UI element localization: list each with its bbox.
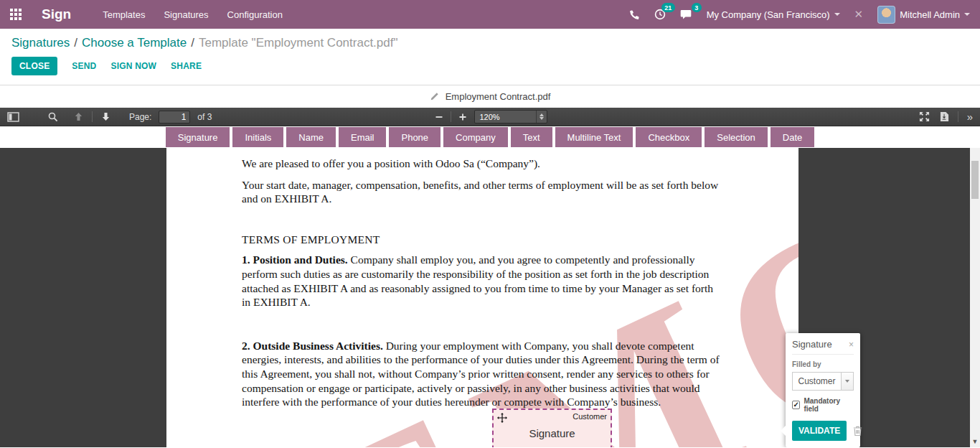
mandatory-checkbox[interactable]: ✓ [792, 401, 800, 409]
toolbar-more-button[interactable]: » [966, 110, 974, 123]
document-text: We are pleased to offer you a position w… [166, 148, 798, 409]
document-title: Employment Contract.pdf [446, 91, 551, 102]
breadcrumb-separator: / [74, 36, 77, 50]
apps-grid-icon [10, 9, 22, 20]
breadcrumb-separator: / [191, 36, 194, 50]
message-badge: 3 [692, 3, 702, 12]
search-icon [48, 112, 58, 122]
fullscreen-icon [919, 111, 930, 122]
paragraph: 2. Outside Business Activities. During y… [242, 339, 722, 409]
field-button-email[interactable]: Email [339, 127, 387, 147]
page-number-input[interactable] [159, 111, 190, 123]
company-name: My Company (San Francisco) [707, 9, 830, 20]
arrow-up-icon [74, 112, 83, 121]
sign-now-button[interactable]: SIGN NOW [110, 61, 156, 71]
zoom-in-button[interactable] [457, 111, 468, 123]
move-icon[interactable] [497, 413, 507, 423]
send-button[interactable]: SEND [72, 61, 96, 71]
field-button-name[interactable]: Name [286, 127, 336, 147]
control-panel: Signatures/Choose a Template/Template "E… [0, 29, 980, 85]
filled-by-select[interactable]: Customer [792, 372, 854, 391]
close-icon[interactable]: ✕ [854, 8, 864, 21]
chat-bubble-icon [680, 9, 692, 20]
zoom-select[interactable]: 120% [474, 110, 547, 123]
field-button-phone[interactable]: Phone [389, 127, 440, 147]
download-icon [940, 111, 949, 122]
pdf-page: DEMO We are pleased to offer you a posit… [166, 148, 798, 447]
app-brand[interactable]: Sign [42, 6, 71, 22]
previous-page-button[interactable] [72, 111, 85, 123]
plus-icon [458, 113, 467, 121]
field-button-checkbox[interactable]: Checkbox [636, 127, 702, 147]
phone-button[interactable] [629, 9, 640, 20]
field-button-initials[interactable]: Initials [232, 127, 283, 147]
field-button-company[interactable]: Company [443, 127, 508, 147]
field-button-text[interactable]: Text [511, 127, 552, 147]
chevron-down-icon [964, 13, 970, 16]
paragraph: 1. Position and Duties. Company shall em… [242, 253, 722, 309]
paragraph: We are pleased to offer you a position w… [242, 157, 722, 171]
phone-icon [629, 9, 640, 20]
page-label: Page: [129, 112, 151, 122]
page-count: of 3 [197, 112, 212, 122]
avatar [877, 6, 895, 24]
menu-configuration[interactable]: Configuration [227, 9, 283, 20]
field-button-signature[interactable]: Signature [166, 127, 230, 147]
breadcrumb-choose-template[interactable]: Choose a Template [82, 36, 187, 50]
activity-badge: 21 [661, 3, 675, 12]
validate-button[interactable]: VALIDATE [792, 421, 847, 441]
zoom-spinner-icon [536, 111, 547, 123]
delete-field-button[interactable] [853, 426, 862, 437]
arrow-down-icon [101, 112, 110, 121]
zoom-out-button[interactable] [433, 111, 445, 123]
top-navbar: Sign Templates Signatures Configuration … [0, 0, 980, 29]
responsible-label: Customer [573, 412, 607, 421]
zoom-value: 120% [475, 113, 536, 121]
chevron-down-icon [834, 13, 840, 16]
filled-by-label: Filled by [792, 360, 854, 368]
download-button[interactable] [938, 110, 951, 123]
presentation-mode-button[interactable] [918, 110, 931, 123]
close-icon[interactable]: × [849, 340, 854, 350]
scroll-down-arrow[interactable]: ▼ [970, 438, 980, 445]
popup-title: Signature [792, 339, 832, 350]
signature-field-label: Signature [494, 427, 611, 439]
filled-by-value: Customer [793, 373, 841, 390]
user-menu[interactable]: Mitchell Admin [877, 6, 970, 24]
sidebar-toggle-button[interactable] [6, 111, 21, 123]
sidebar-toggle-icon [7, 112, 19, 122]
mandatory-field-option[interactable]: ✓ Mandatory field [792, 397, 854, 413]
next-page-button[interactable] [100, 111, 112, 123]
scrollbar-thumb[interactable] [971, 161, 979, 199]
scrollbar[interactable]: ▼ [970, 148, 980, 447]
messages-menu-button[interactable]: 3 [680, 9, 692, 20]
pdf-viewer: DEMO We are pleased to offer you a posit… [0, 148, 980, 447]
pdf-toolbar: Page: of 3 120% » [0, 108, 980, 126]
field-type-toolbar: Signature Initials Name Email Phone Comp… [0, 126, 980, 148]
minus-icon [435, 113, 443, 121]
signature-field-widget[interactable]: Customer Signature [492, 409, 612, 447]
menu-signatures[interactable]: Signatures [164, 9, 208, 20]
main-menu: Templates Signatures Configuration [103, 9, 283, 20]
company-switcher[interactable]: My Company (San Francisco) [707, 9, 840, 20]
search-button[interactable] [47, 111, 60, 123]
action-buttons: CLOSE SEND SIGN NOW SHARE [11, 57, 969, 75]
apps-menu-button[interactable] [0, 0, 32, 29]
breadcrumb: Signatures/Choose a Template/Template "E… [11, 36, 969, 50]
chevron-down-icon [841, 373, 853, 390]
section-heading: TERMS OF EMPLOYMENT [242, 233, 722, 247]
trash-icon [853, 426, 862, 437]
field-button-date[interactable]: Date [771, 127, 814, 147]
breadcrumb-signatures[interactable]: Signatures [11, 36, 70, 50]
document-title-bar: Employment Contract.pdf [0, 85, 980, 108]
menu-templates[interactable]: Templates [103, 9, 145, 20]
activity-menu-button[interactable]: 21 [654, 9, 666, 20]
field-button-multiline-text[interactable]: Multiline Text [555, 127, 633, 147]
field-config-popup: Signature × Filled by Customer ✓ Mandato… [786, 333, 860, 447]
breadcrumb-current: Template "Employment Contract.pdf" [199, 36, 398, 50]
edit-pencil-icon[interactable] [430, 92, 439, 101]
share-button[interactable]: SHARE [171, 61, 202, 71]
close-button[interactable]: CLOSE [11, 57, 57, 75]
field-button-selection[interactable]: Selection [705, 127, 767, 147]
user-name: Mitchell Admin [900, 9, 960, 20]
